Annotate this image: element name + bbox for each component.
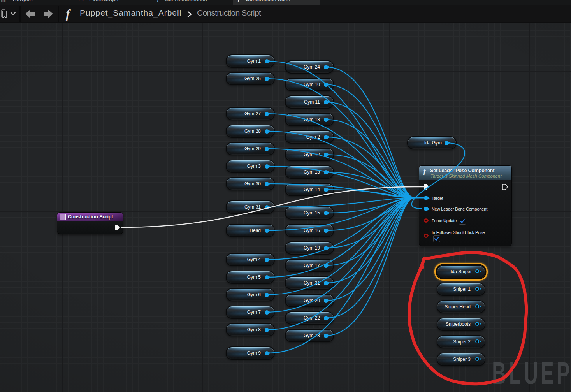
svg-text:f: f <box>66 7 71 21</box>
